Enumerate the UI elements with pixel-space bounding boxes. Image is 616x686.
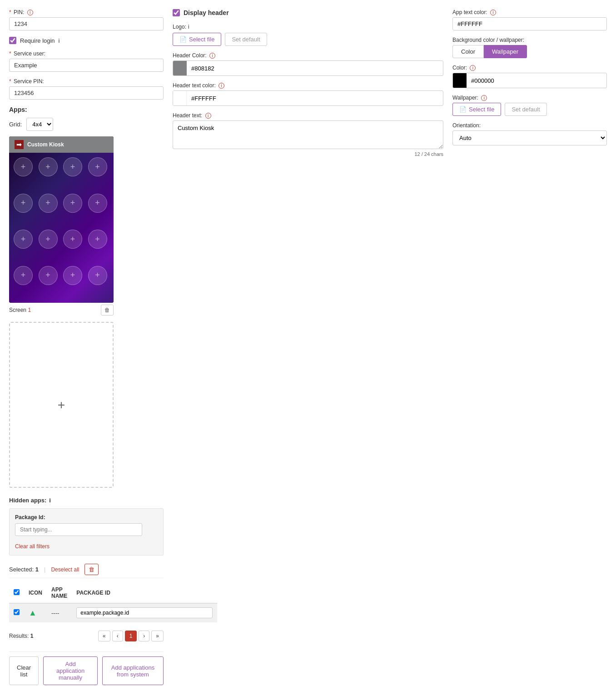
screens-container: ➟ Custom Kiosk + + + + + + (9, 136, 164, 488)
app-slot-6[interactable]: + (39, 194, 58, 213)
grid-select[interactable]: 4x4 2x2 3x3 5x5 (26, 118, 53, 131)
last-page-btn[interactable]: » (151, 631, 164, 641)
header-text-input[interactable]: Custom Kiosk (173, 120, 443, 149)
app-slot-plus-13: + (21, 270, 26, 280)
package-id-input[interactable] (15, 523, 142, 536)
col-icon-header: ICON (24, 583, 47, 603)
app-slot-11[interactable]: + (63, 230, 82, 249)
wallpaper-info-icon[interactable]: i (481, 95, 487, 101)
add-manually-btn[interactable]: Add application manually (43, 656, 98, 685)
wallpaper-tab[interactable]: Wallpaper (484, 45, 527, 58)
current-page-btn[interactable]: 1 (125, 631, 137, 641)
header-text-info-icon[interactable]: i (205, 113, 211, 119)
service-pin-label-text: Service PIN: (14, 78, 44, 85)
logo-select-file-btn[interactable]: 📄 Select file (173, 33, 221, 46)
app-text-color-info-icon[interactable]: i (490, 10, 496, 15)
header-color-swatch[interactable] (173, 61, 187, 75)
header-text-color-info-icon[interactable]: i (219, 83, 224, 89)
select-all-checkbox[interactable] (14, 589, 20, 595)
require-login-checkbox[interactable] (9, 37, 16, 44)
pin-info-icon[interactable]: i (27, 10, 33, 15)
app-text-color-input[interactable] (453, 18, 606, 30)
pin-field-group: * PIN: i (9, 9, 164, 30)
delete-selected-btn[interactable]: 🗑 (84, 564, 99, 575)
trash-selected-icon: 🗑 (89, 566, 94, 573)
first-page-btn[interactable]: « (98, 631, 110, 641)
app-slot-7[interactable]: + (63, 194, 82, 213)
color-input[interactable] (467, 75, 606, 87)
app-slot-4[interactable]: + (88, 157, 107, 176)
app-text-color-input-wrap (452, 17, 607, 30)
row-icon-cell: ▲ (24, 603, 47, 622)
header-color-input[interactable] (187, 62, 443, 75)
app-slot-10[interactable]: + (39, 230, 58, 249)
app-slot-8[interactable]: + (88, 194, 107, 213)
app-slot-5[interactable]: + (14, 194, 33, 213)
prev-page-btn[interactable]: ‹ (112, 631, 123, 641)
logo-field-group: Logo: i 📄 Select file Set default (173, 24, 443, 46)
add-screen-plus-icon: + (58, 398, 65, 412)
app-slot-1[interactable]: + (14, 157, 33, 176)
screen-logo-1: ➟ (15, 140, 24, 149)
results-label: Results: 1 (9, 633, 33, 639)
hidden-apps-info-icon[interactable]: i (49, 497, 51, 504)
char-count: 12 / 24 chars (173, 151, 443, 157)
app-slot-9[interactable]: + (14, 230, 33, 249)
color-info-icon[interactable]: i (470, 65, 476, 71)
screen-delete-btn-1[interactable]: 🗑 (101, 305, 114, 315)
add-from-system-btn[interactable]: Add applications from system (102, 656, 164, 685)
screen-number-1[interactable]: 1 (28, 307, 31, 313)
app-slot-15[interactable]: + (63, 266, 82, 285)
app-slot-14[interactable]: + (39, 266, 58, 285)
screen-header-1: ➟ Custom Kiosk (9, 136, 114, 153)
pin-label: * PIN: i (9, 9, 164, 15)
deselect-all-btn[interactable]: Deselect all (51, 566, 79, 573)
screen-footer-1: Screen 1 🗑 (9, 303, 114, 317)
app-slot-plus-9: + (21, 235, 26, 244)
color-tab[interactable]: Color (452, 45, 484, 58)
wallpaper-select-file-btn[interactable]: 📄 Select file (452, 103, 501, 116)
pin-input[interactable] (9, 17, 164, 30)
logo-set-default-btn[interactable]: Set default (225, 33, 267, 46)
service-pin-field-group: * Service PIN: (9, 78, 164, 100)
middle-column: Display header Logo: i 📄 Select file Set… (173, 9, 443, 685)
clear-list-btn[interactable]: Clear list (9, 656, 39, 685)
app-slot-plus-10: + (45, 235, 50, 244)
row-appname-cell: ---- (47, 603, 72, 622)
service-pin-input[interactable] (9, 86, 164, 100)
app-slot-plus-6: + (45, 198, 50, 208)
app-slot-12[interactable]: + (88, 230, 107, 249)
app-slot-2[interactable]: + (39, 157, 58, 176)
logo-symbol: ➟ (16, 141, 22, 148)
header-text-field: Header text: i Custom Kiosk 12 / 24 char… (173, 112, 443, 157)
row-checkbox[interactable] (14, 609, 20, 615)
app-slot-16[interactable]: + (88, 266, 107, 285)
add-screen-button[interactable]: + (9, 322, 114, 488)
app-slot-plus-3: + (70, 162, 75, 172)
header-text-color-input[interactable] (187, 92, 443, 105)
service-user-input[interactable] (9, 59, 164, 72)
app-slot-3[interactable]: + (63, 157, 82, 176)
app-slot-plus-2: + (45, 162, 50, 172)
logo-info-icon[interactable]: i (188, 24, 189, 30)
display-header-row: Display header (173, 9, 443, 16)
header-text-color-swatch[interactable] (173, 91, 187, 105)
clear-filters-btn[interactable]: Clear all filters (15, 543, 50, 550)
header-text-color-field: Header text color: i (173, 82, 443, 106)
grid-row: Grid: 4x4 2x2 3x3 5x5 (9, 118, 164, 131)
wallpaper-field: Wallpaper: i 📄 Select file Set default (452, 95, 607, 116)
pin-required-star: * (9, 9, 11, 15)
header-color-info-icon[interactable]: i (209, 53, 215, 59)
wallpaper-label: Wallpaper: i (452, 95, 607, 101)
app-slot-plus-16: + (95, 270, 100, 280)
left-column: * PIN: i Require login i * Service user: (9, 9, 164, 685)
orientation-select[interactable]: Auto Portrait Landscape (452, 130, 607, 145)
wallpaper-set-default-btn[interactable]: Set default (505, 103, 546, 116)
next-page-btn[interactable]: › (139, 631, 149, 641)
bg-label: Background color / wallpaper: (452, 37, 607, 43)
require-login-info-icon[interactable]: i (59, 37, 60, 44)
pin-label-text: PIN: (14, 9, 24, 15)
color-swatch[interactable] (453, 73, 467, 88)
app-slot-13[interactable]: + (14, 266, 33, 285)
display-header-checkbox[interactable] (173, 9, 180, 16)
